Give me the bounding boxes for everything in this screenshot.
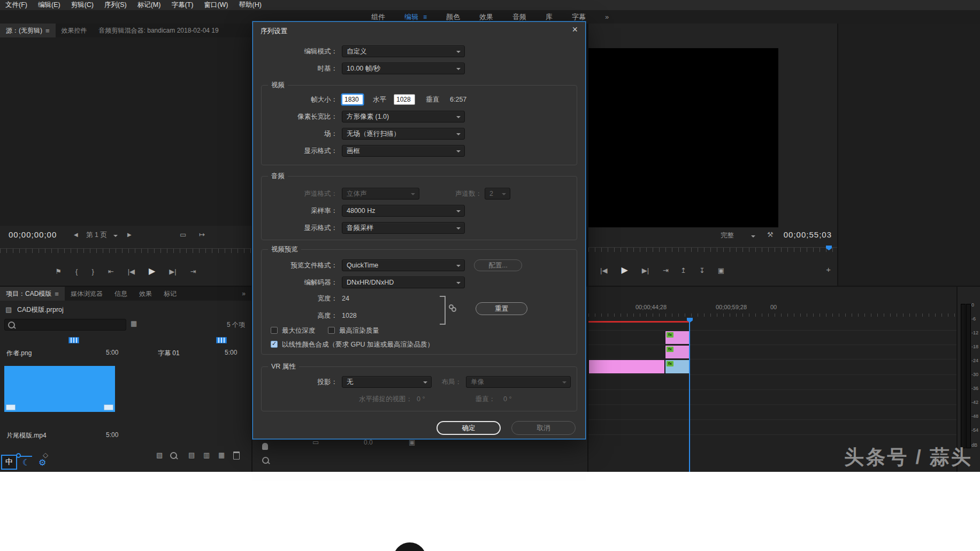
menu-markers[interactable]: 标记(M) <box>137 1 161 10</box>
prev-page-icon[interactable]: ◀ <box>74 232 78 238</box>
step-back-icon[interactable]: |◀ <box>128 268 135 275</box>
frame-width-input[interactable] <box>342 94 363 105</box>
preview-width-value[interactable]: 24 <box>342 293 349 304</box>
workspace-overflow-icon[interactable]: » <box>605 13 609 21</box>
timebase-select[interactable]: 10.00 帧/秒 <box>342 63 465 74</box>
fields-select[interactable]: 无场（逐行扫描） <box>342 128 465 140</box>
codec-select[interactable]: DNxHR/DNxHD <box>342 277 465 288</box>
find-icon[interactable] <box>170 452 177 459</box>
panel-menu-icon[interactable]: ≡ <box>45 27 50 34</box>
project-item-thumbnail[interactable] <box>4 366 115 412</box>
frame-height-input[interactable] <box>394 94 415 105</box>
view-toggle-icon[interactable]: ▦ <box>131 320 137 327</box>
export-frame-icon[interactable]: ▣ <box>718 267 724 274</box>
ime-language-button[interactable]: 中 <box>1 455 17 470</box>
source-timecode[interactable]: 00;00;00;00 <box>9 230 57 239</box>
new-bin-icon[interactable]: ▥ <box>203 451 210 458</box>
tab-media-browser[interactable]: 媒体浏览器 <box>65 287 109 301</box>
tab-audio-clip-mixer[interactable]: 音频剪辑混合器: bandicam 2018-02-04 19 <box>93 24 225 37</box>
mark-out-icon[interactable]: } <box>91 268 94 275</box>
play-icon[interactable]: ▶ <box>149 267 155 276</box>
tab-source[interactable]: 源：(无剪辑)≡ <box>0 24 56 37</box>
menu-help[interactable]: 帮助(H) <box>239 1 262 10</box>
search-input[interactable] <box>4 319 126 331</box>
sample-rate-select[interactable]: 48000 Hz <box>342 205 465 217</box>
project-item-name[interactable]: 字幕 01 <box>158 349 180 358</box>
go-to-out-icon[interactable]: ⇥ <box>663 267 669 274</box>
menu-sequence[interactable]: 序列(S) <box>104 1 127 10</box>
menu-window[interactable]: 窗口(W) <box>204 1 228 10</box>
zoom-tool-icon[interactable] <box>262 457 269 464</box>
playhead-line[interactable] <box>689 321 690 472</box>
extract-icon[interactable]: ↧ <box>699 267 705 274</box>
project-item-name[interactable]: 片尾模版.mp4 <box>6 431 47 440</box>
monitor-icon[interactable]: ▭ <box>312 439 319 446</box>
menu-edit[interactable]: 编辑(E) <box>38 1 60 10</box>
tab-effects[interactable]: 效果 <box>133 287 158 301</box>
tab-project[interactable]: 项目：CAD模版≡ <box>0 287 65 301</box>
workspace-menu-icon[interactable]: ≡ <box>423 13 427 21</box>
tab-info[interactable]: 信息 <box>109 287 133 301</box>
linear-color-checkbox[interactable] <box>271 341 278 348</box>
clip-v2[interactable]: fx <box>665 345 690 359</box>
trash-icon[interactable] <box>233 451 240 460</box>
menu-file[interactable]: 文件(F) <box>5 1 27 10</box>
clip-v1-blue[interactable]: fx <box>665 359 690 374</box>
wrench-icon[interactable]: ⚒ <box>767 231 774 238</box>
workspace-tab-color[interactable]: 颜色 <box>446 12 460 22</box>
step-forward-icon[interactable]: ▶| <box>169 268 176 275</box>
moon-icon[interactable]: ☾ <box>22 457 30 468</box>
monitor-settings-icon[interactable]: ▭ <box>180 231 186 238</box>
add-marker-icon[interactable]: ⚑ <box>55 268 62 275</box>
play-icon[interactable]: ▶ <box>621 266 627 274</box>
menu-clip[interactable]: 剪辑(C) <box>71 1 94 10</box>
cancel-button[interactable]: 取消 <box>511 421 576 435</box>
link-icon[interactable] <box>449 304 457 313</box>
program-ruler[interactable] <box>588 247 837 252</box>
folder-icon[interactable]: ▤ <box>188 451 195 458</box>
workspace-tab-audio[interactable]: 音频 <box>512 12 526 22</box>
audio-display-select[interactable]: 音频采样 <box>342 222 465 234</box>
display-format-select[interactable]: 画框 <box>342 145 465 157</box>
preview-height-value[interactable]: 1028 <box>342 310 357 322</box>
menu-captions[interactable]: 字幕(T) <box>171 1 193 10</box>
timeline-ruler[interactable] <box>588 313 956 317</box>
pixel-aspect-select[interactable]: 方形像素 (1.0) <box>342 111 465 123</box>
go-to-in-icon[interactable]: ⇤ <box>108 268 114 275</box>
go-to-out-icon[interactable]: ⇥ <box>190 268 196 275</box>
panel-menu-icon[interactable]: ≡ <box>55 290 59 297</box>
workspace-tab-components[interactable]: 组件 <box>371 12 385 22</box>
tab-markers[interactable]: 标记 <box>158 287 182 301</box>
panel-overflow-icon[interactable]: » <box>236 287 251 301</box>
project-item-name[interactable]: 作者.png <box>6 349 32 358</box>
source-ruler[interactable] <box>0 248 251 253</box>
clip-v1-long[interactable] <box>588 359 665 374</box>
automate-sequence-icon[interactable]: ▧ <box>156 451 163 458</box>
preview-format-select[interactable]: QuickTime <box>342 259 465 271</box>
max-bit-depth-checkbox[interactable] <box>271 327 278 334</box>
gear-icon[interactable]: ⚙ <box>39 457 46 468</box>
new-item-icon[interactable]: ▦ <box>218 451 225 458</box>
workspace-tab-captions[interactable]: 字幕 <box>572 12 586 22</box>
lift-icon[interactable]: ↥ <box>680 267 686 274</box>
workspace-tab-editing[interactable]: 编辑≡ <box>404 12 427 22</box>
workspace-tab-effects[interactable]: 效果 <box>479 12 493 22</box>
project-file-name[interactable]: CAD模版.prproj <box>17 305 64 315</box>
camera-icon[interactable]: ▣ <box>409 439 415 446</box>
ok-button[interactable]: 确定 <box>437 421 501 435</box>
edit-mode-select[interactable]: 自定义 <box>342 45 465 57</box>
tab-effect-controls[interactable]: 效果控件 <box>56 24 93 37</box>
hand-tool-icon[interactable] <box>262 443 268 450</box>
max-quality-checkbox[interactable] <box>328 327 335 334</box>
step-forward-icon[interactable]: ▶| <box>642 267 649 274</box>
zoom-level-select[interactable]: 完整 <box>716 230 760 241</box>
step-back-icon[interactable]: |◀ <box>600 267 607 274</box>
mark-in-icon[interactable]: { <box>75 268 78 275</box>
page-selector[interactable]: 第 1 页 <box>81 229 122 240</box>
export-frame-icon[interactable]: ↦ <box>199 231 205 238</box>
add-button-icon[interactable]: + <box>826 265 831 273</box>
close-icon[interactable]: × <box>572 24 578 35</box>
reset-button[interactable]: 重置 <box>476 302 527 315</box>
clip-v3[interactable]: fx <box>665 331 690 345</box>
workspace-tab-libraries[interactable]: 库 <box>546 12 553 22</box>
